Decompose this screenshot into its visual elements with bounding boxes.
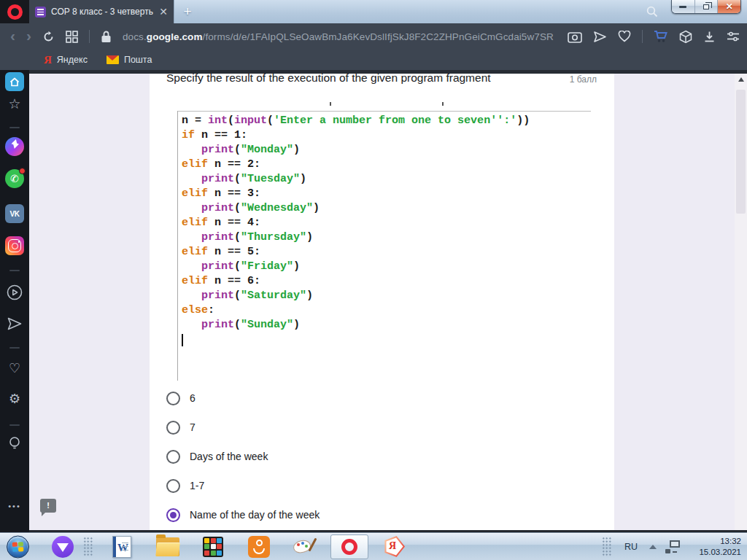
scroll-up-arrow-icon[interactable] <box>738 77 744 82</box>
reload-icon[interactable] <box>42 31 55 43</box>
code-line: elif n == 2: <box>182 158 530 172</box>
bookmarks-star-icon[interactable]: ☆ <box>8 96 20 112</box>
snapshot-camera-icon[interactable] <box>568 31 582 43</box>
radio-unselected[interactable] <box>166 392 180 405</box>
start-button[interactable] <box>7 535 29 558</box>
url-path: /forms/d/e/1FAIpQLSeOawBmJa6KevDslIfjSkJ… <box>203 31 554 42</box>
url-field[interactable]: docs.google.com/forms/d/e/1FAIpQLSeOawBm… <box>123 31 557 42</box>
vk-icon[interactable]: VK <box>5 204 24 223</box>
radio-unselected[interactable] <box>166 450 180 464</box>
whatsapp-icon[interactable]: ✆ <box>5 169 24 188</box>
favorites-heart-icon[interactable]: ♡ <box>9 360 20 376</box>
code-line: if n == 1: <box>182 128 530 143</box>
code-image: n = int(input('Enter a number from one t… <box>175 102 591 385</box>
options-list: 67Days of the week1-7Name of the day of … <box>166 384 575 529</box>
taskbar-paint-icon[interactable] <box>293 536 316 558</box>
option-label: Days of the week <box>190 451 268 462</box>
opera-icon <box>341 539 357 555</box>
settings-gear-icon[interactable]: ⚙ <box>9 391 20 407</box>
url-prefix: docs. <box>123 31 147 42</box>
answer-option[interactable]: Days of the week <box>166 442 575 471</box>
bookmark-mail[interactable]: Пошта <box>107 55 152 65</box>
taskbar-clock[interactable]: 13:32 15.03.2021 <box>699 536 741 558</box>
new-tab-button[interactable]: + <box>180 4 195 19</box>
code-line: print("Monday") <box>182 143 530 158</box>
settings-tune-icon[interactable] <box>727 31 740 42</box>
taskbar-rubik-icon[interactable] <box>203 537 223 557</box>
tray-grip <box>602 537 611 557</box>
code-line: print("Wednesday") <box>182 201 530 216</box>
restore-button[interactable] <box>695 0 719 13</box>
url-domain: google.com <box>147 31 203 42</box>
answer-option[interactable]: Name of the day of the week <box>166 500 575 529</box>
code-line: n = int(input('Enter a number from one t… <box>182 114 530 128</box>
taskbar-opera-button-active[interactable] <box>330 534 368 559</box>
taskbar-grip <box>83 537 93 557</box>
speed-dial-home-icon[interactable] <box>5 72 24 91</box>
bookmark-label: Пошта <box>124 55 152 65</box>
code-line: elif n == 4: <box>182 216 530 230</box>
search-icon[interactable] <box>646 6 658 18</box>
language-indicator[interactable]: RU <box>624 542 638 552</box>
sidebar-more-icon[interactable]: ••• <box>8 502 21 510</box>
bookmark-heart-icon[interactable] <box>618 31 631 42</box>
bookmark-yandex[interactable]: Я Яндекс <box>44 54 88 66</box>
taskbar-word-icon[interactable]: W <box>112 536 131 558</box>
bookmark-label: Яндекс <box>57 55 88 65</box>
option-label: 1-7 <box>190 480 204 491</box>
page-scrollbar[interactable] <box>735 74 747 532</box>
minimize-button[interactable] <box>672 0 695 13</box>
scrollbar-thumb[interactable] <box>736 90 746 214</box>
windows-logo-icon <box>12 542 24 552</box>
close-button[interactable]: ✕ <box>718 0 740 13</box>
download-icon[interactable] <box>703 31 716 43</box>
speed-dial-icon[interactable] <box>66 31 78 43</box>
window-bottom-edge <box>0 530 747 532</box>
radio-selected[interactable] <box>166 508 180 522</box>
google-forms-favicon <box>35 7 46 18</box>
taskbar-yandex-browser-icon[interactable]: Я <box>383 536 405 558</box>
back-icon[interactable]: ‹ <box>10 28 15 43</box>
player-icon[interactable] <box>7 284 23 300</box>
clock-time: 13:32 <box>699 536 741 547</box>
instagram-icon[interactable] <box>5 236 24 255</box>
answer-option[interactable]: 7 <box>166 413 575 442</box>
answer-option[interactable]: 1-7 <box>166 471 575 500</box>
text-caret <box>182 334 183 346</box>
code-line: print("Saturday") <box>182 289 530 303</box>
radio-unselected[interactable] <box>166 421 180 435</box>
taskbar-explorer-icon[interactable] <box>156 537 179 556</box>
network-tray-icon[interactable] <box>665 540 680 553</box>
taskbar-odnoklassniki-icon[interactable] <box>248 536 270 558</box>
tray-expand-arrow-icon[interactable] <box>649 545 657 549</box>
yandex-icon: Я <box>44 54 52 66</box>
mail-envelope-icon <box>107 55 119 64</box>
divider <box>642 30 643 43</box>
extensions-cube-icon[interactable] <box>679 30 692 44</box>
code-line: print("Tuesday") <box>182 172 530 187</box>
taskbar-alice-icon[interactable] <box>52 536 74 558</box>
windows-taskbar: W Я RU 13:32 15.03.2021 <box>0 532 747 560</box>
option-label: 7 <box>190 421 196 433</box>
easy-setup-bulb-icon[interactable] <box>8 436 21 452</box>
opera-menu-button[interactable] <box>0 0 29 23</box>
code-line: print("Thursday") <box>182 230 530 245</box>
opera-sidebar: ☆ ✆ VK ♡ ⚙ ••• <box>0 70 29 532</box>
answer-option[interactable]: 6 <box>166 384 575 413</box>
forward-icon[interactable]: › <box>26 28 31 43</box>
lock-icon[interactable] <box>101 31 112 43</box>
sidebar-divider <box>9 424 20 426</box>
code-line: elif n == 6: <box>182 274 530 289</box>
code-border-top <box>178 111 591 112</box>
radio-unselected[interactable] <box>166 479 180 493</box>
shopping-cart-icon[interactable] <box>654 30 668 43</box>
report-abuse-icon[interactable]: ! <box>40 499 56 513</box>
tab-close-icon[interactable]: ✕ <box>159 7 168 17</box>
ruler-tick <box>330 102 331 106</box>
browser-tab[interactable]: СОР 8 класс - 3 четверть ✕ <box>29 0 174 23</box>
points-badge: 1 балл <box>570 74 597 85</box>
my-flow-icon[interactable] <box>593 31 607 43</box>
my-flow-sidebar-icon[interactable] <box>7 316 23 331</box>
sidebar-divider <box>9 127 20 128</box>
messenger-icon[interactable] <box>5 137 24 156</box>
